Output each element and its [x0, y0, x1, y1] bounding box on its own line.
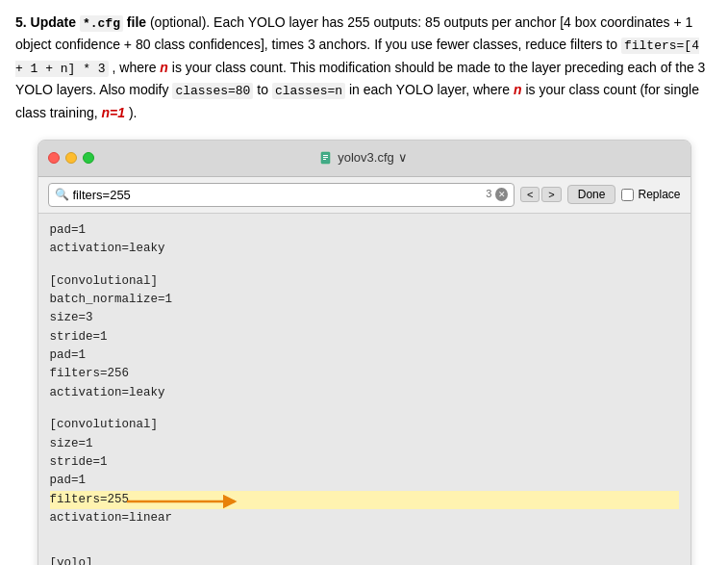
closing-text: ). [129, 105, 138, 120]
clear-search-button[interactable]: ✕ [495, 188, 508, 201]
code-line: stride=1 [50, 328, 679, 347]
code-line-empty [50, 402, 679, 416]
code-line: pad=1 [50, 347, 679, 365]
file-ref: *.cfg [80, 15, 123, 32]
code-line: activation=linear [50, 509, 679, 527]
in-each-text: in each YOLO layer, where [349, 82, 510, 97]
editor-window: yolov3.cfg ∨ 🔍 3 ✕ < > Done Replace pad=… [38, 140, 691, 565]
done-button[interactable]: Done [567, 185, 616, 204]
replace-label[interactable]: Replace [621, 186, 680, 204]
arrow-icon [127, 491, 242, 512]
code-line: [convolutional] [50, 272, 679, 291]
svg-rect-1 [323, 155, 328, 156]
update-label: Update [31, 14, 76, 30]
n-label: n [160, 60, 168, 75]
title-arrow: ∨ [398, 148, 408, 168]
highlighted-line-container: filters=255 [50, 491, 679, 509]
code-line: [yolo] [50, 554, 679, 565]
classes-eq: classes=80 [172, 83, 253, 99]
code-line: batch_normalize=1 [50, 291, 679, 309]
optional-label: (optional). [150, 14, 210, 30]
code-line: pad=1 [50, 472, 679, 490]
step-number: 5. [15, 14, 27, 30]
prev-result-button[interactable]: < [520, 187, 540, 202]
replace-checkbox[interactable] [621, 189, 634, 201]
window-title: yolov3.cfg [338, 148, 394, 168]
prose-section: 5. Update *.cfg file (optional). Each YO… [15, 12, 713, 124]
classes-n: classes=n [272, 83, 345, 99]
where-text: , where [113, 60, 161, 75]
window-title-area: yolov3.cfg ∨ [320, 148, 408, 168]
file-icon [320, 151, 334, 165]
search-input-wrap[interactable]: 🔍 3 ✕ [48, 183, 515, 207]
search-input[interactable] [73, 188, 483, 202]
replace-text: Replace [638, 186, 680, 204]
code-line: size=3 [50, 309, 679, 327]
code-line: pad=1 [50, 221, 679, 240]
minimize-button[interactable] [65, 152, 77, 164]
svg-rect-3 [323, 159, 326, 160]
file-label: file [127, 14, 146, 30]
n2-label: n [514, 82, 522, 97]
code-area: pad=1 activation=leaky [convolutional] b… [38, 214, 690, 565]
next-result-button[interactable]: > [541, 187, 561, 202]
code-line-empty [50, 527, 679, 541]
n-eq-1: n=1 [101, 105, 125, 120]
svg-rect-2 [323, 157, 328, 158]
search-bar: 🔍 3 ✕ < > Done Replace [38, 177, 690, 214]
code-line-empty [50, 259, 679, 272]
search-icon: 🔍 [55, 186, 69, 204]
code-line: size=1 [50, 435, 679, 453]
close-button[interactable] [48, 152, 60, 164]
maximize-button[interactable] [83, 152, 94, 164]
traffic-lights [48, 152, 94, 164]
code-line-empty [50, 541, 679, 554]
code-line: activation=leaky [50, 384, 679, 402]
code-line: [convolutional] [50, 416, 679, 434]
nav-buttons: < > [520, 187, 562, 202]
code-line: stride=1 [50, 453, 679, 472]
result-count: 3 [486, 186, 491, 203]
title-bar: yolov3.cfg ∨ [38, 141, 690, 177]
code-line: activation=leaky [50, 240, 679, 258]
code-line: filters=256 [50, 365, 679, 383]
to-label: to [257, 82, 268, 97]
code-area-wrapper: pad=1 activation=leaky [convolutional] b… [38, 214, 690, 565]
